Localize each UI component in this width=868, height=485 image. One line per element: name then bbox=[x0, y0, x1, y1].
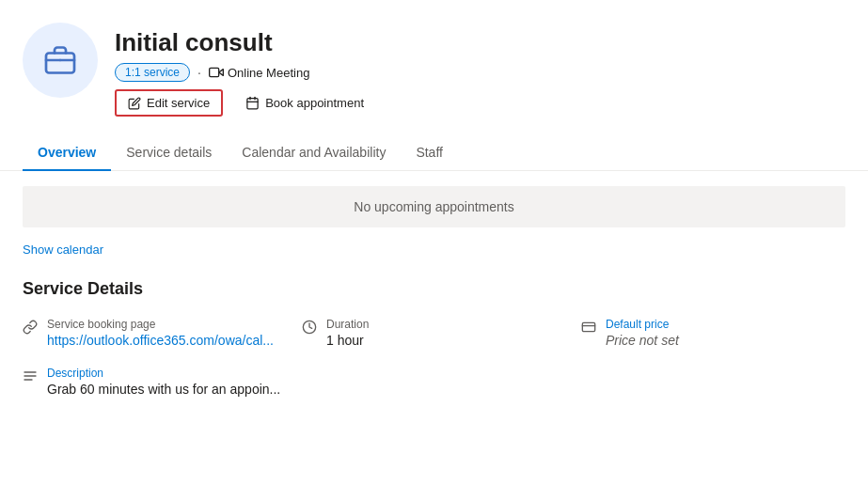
tab-staff[interactable]: Staff bbox=[401, 135, 458, 171]
duration-content: Duration 1 hour bbox=[326, 318, 369, 348]
duration-label: Duration bbox=[326, 318, 369, 331]
default-price-item: Default price Price not set bbox=[581, 318, 845, 348]
description-icon bbox=[23, 368, 38, 386]
svg-rect-3 bbox=[210, 69, 219, 77]
no-appointments-text: No upcoming appointments bbox=[354, 199, 513, 214]
description-content: Description Grab 60 minutes with us for … bbox=[47, 367, 280, 397]
pencil-icon bbox=[128, 97, 141, 110]
video-icon bbox=[209, 65, 224, 80]
default-price-content: Default price Price not set bbox=[606, 318, 679, 348]
service-actions: Edit service Book appointment bbox=[115, 89, 375, 117]
meeting-type-label: Online Meeting bbox=[228, 66, 309, 80]
svg-marker-2 bbox=[219, 70, 224, 76]
main-content: No upcoming appointments Show calendar S… bbox=[0, 171, 868, 430]
booking-page-url[interactable]: https://outlook.office365.com/owa/cal... bbox=[47, 333, 274, 348]
meeting-badge: Online Meeting bbox=[209, 65, 309, 80]
description-item: Description Grab 60 minutes with us for … bbox=[23, 367, 287, 397]
briefcase-icon bbox=[43, 43, 77, 77]
booking-page-label: Service booking page bbox=[47, 318, 274, 331]
svg-rect-0 bbox=[46, 54, 74, 73]
no-appointments-banner: No upcoming appointments bbox=[23, 186, 845, 227]
tabs-bar: Overview Service details Calendar and Av… bbox=[0, 135, 868, 171]
svg-rect-4 bbox=[247, 99, 258, 109]
svg-rect-9 bbox=[582, 323, 594, 332]
service-details-title: Service Details bbox=[23, 279, 845, 299]
calendar-book-icon bbox=[245, 96, 260, 110]
service-avatar bbox=[23, 23, 98, 98]
price-icon bbox=[581, 320, 596, 337]
dot-separator: · bbox=[197, 65, 201, 80]
duration-value: 1 hour bbox=[326, 333, 369, 348]
edit-service-label: Edit service bbox=[147, 96, 210, 110]
service-header: Initial consult 1:1 service · Online Mee… bbox=[0, 0, 868, 117]
default-price-label: Default price bbox=[606, 318, 679, 331]
tab-overview[interactable]: Overview bbox=[23, 135, 111, 171]
book-appointment-label: Book appointment bbox=[265, 96, 364, 110]
service-info: Initial consult 1:1 service · Online Mee… bbox=[115, 23, 375, 117]
booking-page-item: Service booking page https://outlook.off… bbox=[23, 318, 287, 348]
book-appointment-button[interactable]: Book appointment bbox=[234, 91, 375, 115]
service-badges: 1:1 service · Online Meeting bbox=[115, 63, 375, 82]
booking-page-content: Service booking page https://outlook.off… bbox=[47, 318, 274, 348]
clock-icon bbox=[302, 320, 317, 337]
duration-item: Duration 1 hour bbox=[302, 318, 566, 348]
tab-calendar-availability[interactable]: Calendar and Availability bbox=[227, 135, 401, 171]
tab-service-details[interactable]: Service details bbox=[111, 135, 227, 171]
edit-service-button[interactable]: Edit service bbox=[115, 89, 223, 117]
show-calendar-link[interactable]: Show calendar bbox=[23, 239, 103, 260]
details-grid: Service booking page https://outlook.off… bbox=[23, 318, 845, 397]
service-title: Initial consult bbox=[115, 28, 375, 57]
description-label: Description bbox=[47, 367, 280, 380]
description-value: Grab 60 minutes with us for an appoin... bbox=[47, 382, 280, 397]
service-details-section: Service Details Service booking page htt… bbox=[23, 279, 845, 415]
default-price-value: Price not set bbox=[606, 333, 679, 348]
link-icon bbox=[23, 320, 38, 337]
service-badge: 1:1 service bbox=[115, 63, 190, 82]
